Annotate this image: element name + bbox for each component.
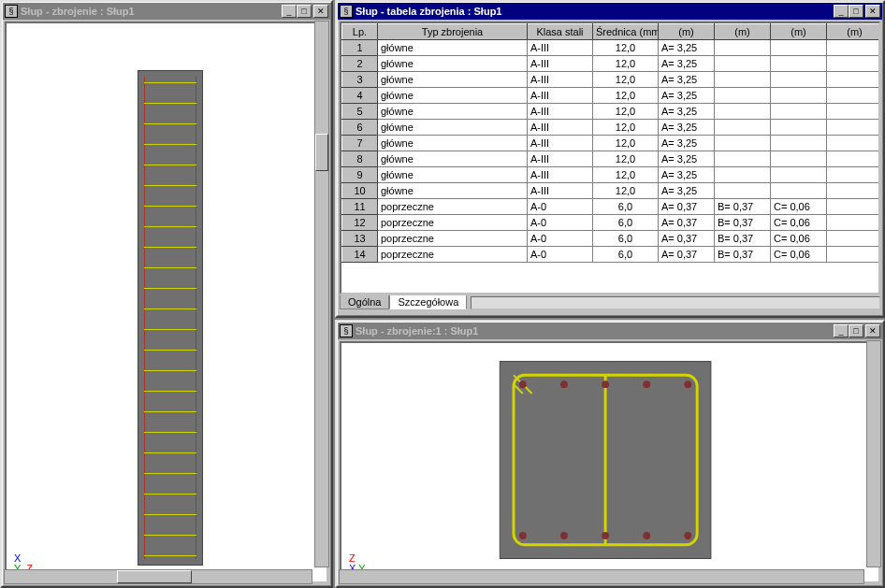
cell-m4[interactable] (827, 215, 881, 231)
cell-m1[interactable]: A= 3,25 (659, 151, 715, 167)
tab-scrollbar[interactable] (471, 296, 880, 309)
cell-m2[interactable]: B= 0,37 (715, 231, 771, 247)
cell-m4[interactable] (827, 72, 881, 88)
cell-klasa[interactable]: A-0 (528, 231, 593, 247)
cell-m2[interactable]: B= 0,37 (715, 215, 771, 231)
cell-typ[interactable]: główne (378, 136, 528, 151)
titlebar-section[interactable]: § Słup - zbrojenie:1 : Słup1 _ □ ✕ (338, 323, 882, 339)
canvas-elevation[interactable]: X Y Z (5, 22, 328, 583)
cell-typ[interactable]: główne (378, 167, 528, 183)
cell-m1[interactable]: A= 3,25 (659, 167, 715, 183)
cell-m2[interactable] (715, 104, 771, 120)
scrollbar-vertical[interactable] (866, 340, 881, 567)
cell-m4[interactable] (827, 120, 881, 136)
table-row[interactable]: 7główneA-III12,0A= 3,25 (342, 136, 881, 151)
minimize-button[interactable]: _ (834, 324, 849, 337)
cell-klasa[interactable]: A-0 (528, 215, 593, 231)
header-m4[interactable]: (m) (827, 24, 881, 40)
cell-srednica[interactable]: 6,0 (593, 215, 659, 231)
scrollbar-horizontal[interactable] (4, 569, 312, 584)
row-header[interactable]: 14 (342, 247, 378, 263)
cell-m3[interactable] (771, 56, 827, 72)
header-typ[interactable]: Typ zbrojenia (378, 24, 528, 40)
cell-m3[interactable] (771, 40, 827, 56)
header-lp[interactable]: Lp. (342, 24, 378, 40)
row-header[interactable]: 11 (342, 199, 378, 215)
cell-srednica[interactable]: 12,0 (593, 104, 659, 120)
cell-m1[interactable]: A= 3,25 (659, 88, 715, 104)
table-row[interactable]: 10główneA-III12,0A= 3,25 (342, 183, 881, 199)
cell-m3[interactable]: C= 0,06 (771, 247, 827, 263)
cell-typ[interactable]: główne (378, 88, 528, 104)
cell-klasa[interactable]: A-III (528, 120, 593, 136)
cell-m2[interactable] (715, 120, 771, 136)
cell-m4[interactable] (827, 151, 881, 167)
cell-srednica[interactable]: 6,0 (593, 247, 659, 263)
minimize-button[interactable]: _ (282, 5, 297, 18)
cell-typ[interactable]: poprzeczne (378, 247, 528, 263)
table-row[interactable]: 6główneA-III12,0A= 3,25 (342, 120, 881, 136)
maximize-button[interactable]: □ (849, 5, 863, 18)
row-header[interactable]: 7 (342, 136, 378, 151)
cell-m2[interactable] (715, 151, 771, 167)
cell-m3[interactable]: C= 0,06 (771, 231, 827, 247)
cell-typ[interactable]: poprzeczne (378, 199, 528, 215)
cell-srednica[interactable]: 6,0 (593, 199, 659, 215)
tab-ogolna[interactable]: Ogólna (340, 295, 389, 309)
cell-klasa[interactable]: A-III (528, 88, 593, 104)
cell-typ[interactable]: poprzeczne (378, 215, 528, 231)
cell-m3[interactable] (771, 120, 827, 136)
cell-m2[interactable] (715, 88, 771, 104)
cell-m1[interactable]: A= 3,25 (659, 120, 715, 136)
cell-m3[interactable]: C= 0,06 (771, 199, 827, 215)
cell-typ[interactable]: główne (378, 183, 528, 199)
cell-typ[interactable]: główne (378, 40, 528, 56)
canvas-section[interactable]: Z X Y (340, 341, 880, 583)
table-row[interactable]: 1główneA-III12,0A= 3,25 (342, 40, 881, 56)
cell-typ[interactable]: poprzeczne (378, 231, 528, 247)
tab-szczegolowa[interactable]: Szczegółowa (389, 295, 467, 309)
cell-m4[interactable] (827, 40, 881, 56)
cell-srednica[interactable]: 12,0 (593, 88, 659, 104)
cell-m2[interactable] (715, 56, 771, 72)
maximize-button[interactable]: □ (297, 5, 312, 18)
table-row[interactable]: 12poprzeczneA-06,0A= 0,37B= 0,37C= 0,06 (342, 215, 881, 231)
cell-m4[interactable] (827, 104, 881, 120)
row-header[interactable]: 6 (342, 120, 378, 136)
cell-typ[interactable]: główne (378, 104, 528, 120)
header-m1[interactable]: (m) (659, 24, 715, 40)
row-header[interactable]: 2 (342, 56, 378, 72)
cell-typ[interactable]: główne (378, 120, 528, 136)
header-srednica[interactable]: Średnica (mm) (593, 24, 659, 40)
cell-m4[interactable] (827, 88, 881, 104)
cell-m1[interactable]: A= 3,25 (659, 72, 715, 88)
cell-m3[interactable]: C= 0,06 (771, 215, 827, 231)
cell-m3[interactable] (771, 167, 827, 183)
cell-m4[interactable] (827, 56, 881, 72)
close-button[interactable]: ✕ (313, 5, 328, 18)
table-row[interactable]: 9główneA-III12,0A= 3,25 (342, 167, 881, 183)
cell-klasa[interactable]: A-III (528, 151, 593, 167)
cell-typ[interactable]: główne (378, 151, 528, 167)
row-header[interactable]: 10 (342, 183, 378, 199)
cell-klasa[interactable]: A-III (528, 183, 593, 199)
cell-m1[interactable]: A= 0,37 (659, 199, 715, 215)
cell-klasa[interactable]: A-III (528, 136, 593, 151)
table-row[interactable]: 5główneA-III12,0A= 3,25 (342, 104, 881, 120)
cell-srednica[interactable]: 12,0 (593, 167, 659, 183)
table-row[interactable]: 13poprzeczneA-06,0A= 0,37B= 0,37C= 0,06 (342, 231, 881, 247)
cell-typ[interactable]: główne (378, 72, 528, 88)
cell-m3[interactable] (771, 183, 827, 199)
cell-m3[interactable] (771, 72, 827, 88)
cell-srednica[interactable]: 12,0 (593, 151, 659, 167)
cell-m4[interactable] (827, 231, 881, 247)
cell-m4[interactable] (827, 136, 881, 151)
cell-m2[interactable] (715, 183, 771, 199)
cell-m1[interactable]: A= 3,25 (659, 56, 715, 72)
table-row[interactable]: 3główneA-III12,0A= 3,25 (342, 72, 881, 88)
cell-klasa[interactable]: A-III (528, 104, 593, 120)
row-header[interactable]: 9 (342, 167, 378, 183)
cell-m1[interactable]: A= 3,25 (659, 104, 715, 120)
table-row[interactable]: 4główneA-III12,0A= 3,25 (342, 88, 881, 104)
cell-m4[interactable] (827, 167, 881, 183)
